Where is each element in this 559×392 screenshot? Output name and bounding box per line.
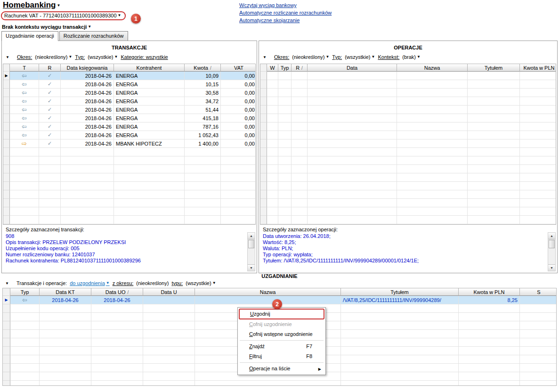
table-cell [40,381,91,386]
table-cell: 0,00 [221,106,256,114]
row-selector [3,97,10,106]
details-scrollbar[interactable]: ▲ ▼ [548,232,556,271]
transaction-row[interactable]: ⇦✓2018-04-26ENERGA1 052,430,00 [3,131,256,139]
load-bank-statement-link[interactable]: Wczytaj wyciąg bankowy [239,1,332,9]
table-cell [292,97,308,106]
incoming-arrow-icon: ⇦ [22,296,27,303]
table-cell [520,313,557,321]
typ-filter-value[interactable]: (wszystkie)▼ [186,280,216,286]
okres-filter-value[interactable]: (nieokreślony)▼ [35,54,72,60]
typ-filter-link[interactable]: typu: [171,280,183,286]
kategorie-filter-link[interactable]: Kategorie: wszystkie [121,54,168,60]
column-header-typ[interactable]: Typ [278,64,292,72]
table-cell [308,156,397,165]
typ-filter-link[interactable]: Typ: [332,54,342,60]
scroll-up-icon[interactable]: ▲ [548,233,555,239]
transaction-row[interactable]: ▶⇦✓2018-04-26ENERGA10,090,00 [3,72,256,80]
detail-line: Data utworzenia: 26.04.2018; [263,233,553,239]
transaction-row[interactable]: ⇦✓2018-04-26ENERGA51,440,00 [3,106,256,114]
okres-filter-value[interactable]: (nieokreślony) [136,280,169,286]
table-cell [10,216,39,224]
details-scrollbar[interactable]: ▲ ▼ [247,232,255,271]
transaction-row[interactable]: ⇨✓2018-04-26MBANK HIPOTECZ1 400,000,00 [3,139,256,148]
column-header-typ[interactable]: Typ [10,288,40,296]
transaction-row[interactable]: ⇦✓2018-04-26ENERGA10,150,00 [3,80,256,89]
menu-item-cofnij-wstępne-uzgodnienie[interactable]: Cofnij wstępne uzgodnienie [239,329,324,339]
column-header-nazwa[interactable]: Nazwa [195,288,341,296]
menu-item-filtruj[interactable]: FiltrujF8 [239,351,324,361]
scrollbar-thumb[interactable] [248,240,254,248]
table-cell [397,106,468,114]
empty-row [260,89,556,97]
tab-uzgadnianie-operacji[interactable]: Uzgadnianie operacji [1,31,58,41]
column-header-tytułem[interactable]: Tytułem [468,64,520,72]
status-filter-value[interactable]: do uzgodnienia▼ [70,280,110,286]
filter-dropdown-icon[interactable]: ▼ [6,55,9,59]
column-header-s[interactable]: S [520,288,557,296]
menu-separator [240,362,324,363]
column-header-kwota[interactable]: Kwota/ [185,64,221,72]
kontekst-filter-link[interactable]: Kontekst: [378,54,399,60]
column-header-r[interactable]: R/ [292,64,308,72]
vat-account-selector[interactable]: Rachunek VAT - 7712401037111100100038930… [1,11,126,20]
table-cell [468,190,520,199]
module-title[interactable]: Homebanking▼ [3,0,60,10]
table-cell [10,372,40,381]
column-header-t[interactable]: T [10,64,39,72]
column-header-tytułem[interactable]: Tytułem [341,288,459,296]
scroll-down-icon[interactable]: ▼ [248,264,255,271]
column-header-r[interactable]: R [39,64,61,72]
okres-filter-link[interactable]: z okresu: [113,280,134,286]
transaction-row[interactable]: ⇦✓2018-04-26ENERGA34,720,00 [3,97,256,106]
filter-dropdown-icon[interactable]: ▼ [5,281,9,286]
column-header-nazwa[interactable]: Nazwa [397,64,468,72]
table-cell [292,148,308,156]
table-cell [260,165,267,173]
tab-rozliczanie-rozrachunkow[interactable]: Rozliczanie rozrachunków [59,31,128,41]
column-header-kwota-w-pln[interactable]: Kwota w PLN [459,288,520,296]
auto-settlement-link[interactable]: Automatyczne rozliczanie rozrachunków [239,9,332,16]
row-selector-header [3,64,10,72]
transaction-row[interactable]: ⇦✓2018-04-26ENERGA30,580,00 [3,89,256,97]
column-header-kontrahent[interactable]: Kontrahent [114,64,185,72]
okres-filter-link[interactable]: Okres: [274,54,289,60]
scrollbar-thumb[interactable] [549,240,555,248]
scroll-up-icon[interactable]: ▲ [248,233,255,239]
table-cell [10,338,40,347]
menu-item-znajdź[interactable]: ZnajdźF7 [239,342,324,351]
column-header-data[interactable]: Data [308,64,397,72]
kontekst-filter-value[interactable]: (brak)▼ [402,54,421,60]
typ-filter-link[interactable]: Typ: [75,54,85,60]
auto-matching-link[interactable]: Automatyczne skojarzanie [239,16,332,24]
menu-item-operacje-na-liście[interactable]: Operacje na liście▶ [239,364,324,374]
column-header-kwota-w-pln[interactable]: Kwota w PLN [520,64,556,72]
column-header-data-u[interactable]: Data U [143,288,195,296]
column-header-data-kt[interactable]: Data KT [40,288,91,296]
table-cell [221,182,256,190]
table-cell [267,165,278,173]
table-cell [260,139,267,148]
column-header-data-uo[interactable]: Data UO/ [91,288,143,296]
filter-dropdown-icon[interactable]: ▼ [263,55,267,59]
detail-line: Waluta: PLN; [263,245,553,252]
column-header-data-księgowania[interactable]: Data księgowania [61,64,114,72]
statement-context-selector[interactable]: Brak kontekstu wyciągu transakcji▼ [2,24,91,30]
table-cell [185,207,221,216]
typ-filter-value[interactable]: (wszystkie)▼ [345,54,375,60]
column-header-w[interactable]: W [267,64,278,72]
scroll-down-icon[interactable]: ▼ [548,264,555,271]
okres-filter-value[interactable]: (nieokreślony)▼ [292,54,329,60]
operations-filter-row: ▼ Okres: (nieokreślony)▼ Typ: (wszystkie… [259,51,557,64]
transaction-row[interactable]: ⇦✓2018-04-26ENERGA787,160,00 [3,122,256,131]
transactions-grid[interactable]: TRData księgowaniaKontrahentKwota/VAT ▶⇦… [3,64,256,225]
row-selector [3,131,10,139]
column-header-vat[interactable]: VAT [221,64,256,72]
table-cell [278,182,292,190]
table-cell [267,207,278,216]
table-cell [341,321,459,330]
operations-grid[interactable]: WTypR/DataNazwaTytułemKwota w PLN [260,64,556,225]
transaction-row[interactable]: ⇦✓2018-04-26ENERGA415,180,00 [3,114,256,122]
okres-filter-link[interactable]: Okres: [17,54,32,60]
typ-filter-value[interactable]: (wszystkie)▼ [88,54,118,60]
menu-item-uzgodnij[interactable]: Uzgodnij [239,309,324,319]
